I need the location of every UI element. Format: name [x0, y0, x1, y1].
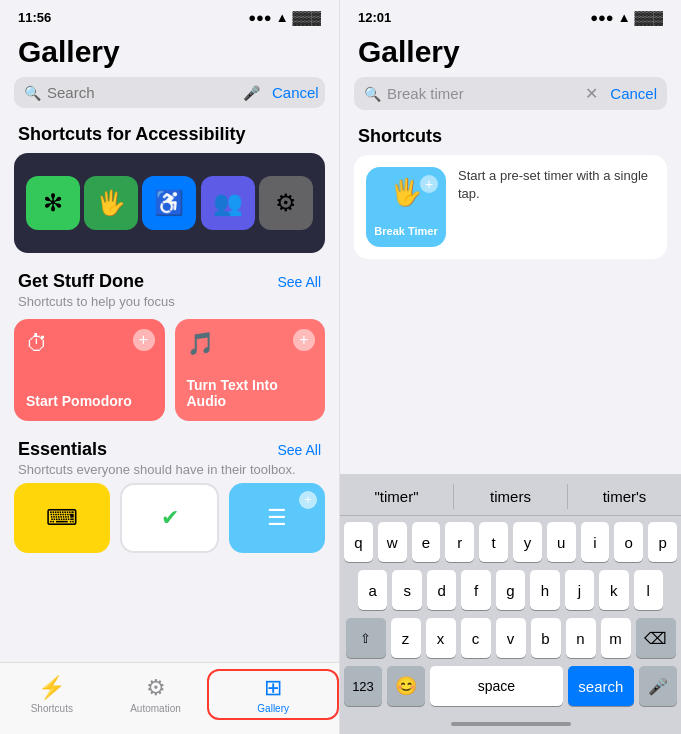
- right-page-title: Gallery: [340, 29, 681, 77]
- autocomplete-timers[interactable]: timers: [454, 484, 568, 509]
- essentials-cards: ⌨ ✔ ☰ +: [0, 483, 339, 553]
- essentials-see-all[interactable]: See All: [277, 442, 321, 458]
- hand-stop-icon: 🖐: [390, 177, 422, 208]
- key-p[interactable]: p: [648, 522, 677, 562]
- left-time: 11:56: [18, 10, 51, 25]
- left-status-icons: ●●● ▲ ▓▓▓: [248, 10, 321, 25]
- key-x[interactable]: x: [426, 618, 456, 658]
- essentials-header: Essentials See All: [0, 435, 339, 462]
- signal-icon: ●●●: [248, 10, 272, 25]
- search-icon: 🔍: [24, 85, 41, 101]
- shortcut-cards-container: ⏱ + Start Pomodoro 🎵 + Turn Text Into Au…: [0, 319, 339, 435]
- shift-key[interactable]: ⇧: [346, 618, 386, 658]
- key-t[interactable]: t: [479, 522, 508, 562]
- break-timer-icon: 🖐 + Break Timer: [366, 167, 446, 247]
- left-cancel-button[interactable]: Cancel: [266, 84, 319, 101]
- key-y[interactable]: y: [513, 522, 542, 562]
- autocomplete-timer-quoted[interactable]: "timer": [340, 484, 454, 509]
- home-indicator: [340, 714, 681, 734]
- key-d[interactable]: d: [427, 570, 456, 610]
- key-o[interactable]: o: [614, 522, 643, 562]
- key-w[interactable]: w: [378, 522, 407, 562]
- audio-label: Turn Text Into Audio: [187, 377, 314, 409]
- right-status-icons: ●●● ▲ ▓▓▓: [590, 10, 663, 25]
- key-m[interactable]: m: [601, 618, 631, 658]
- home-bar: [451, 722, 571, 726]
- shortcut-card-audio[interactable]: 🎵 + Turn Text Into Audio: [175, 319, 326, 421]
- keyboard: "timer" timers timer's q w e r t y u i o…: [340, 474, 681, 734]
- key-row-3: ⇧ z x c v b n m ⌫: [344, 618, 677, 658]
- acc-icon-hand: 🖐: [84, 176, 138, 230]
- key-u[interactable]: u: [547, 522, 576, 562]
- essentials-add-btn[interactable]: +: [299, 491, 317, 509]
- acc-icon-flower: ✻: [26, 176, 80, 230]
- key-v[interactable]: v: [496, 618, 526, 658]
- key-f[interactable]: f: [461, 570, 490, 610]
- mic-icon: 🎤: [243, 85, 260, 101]
- tab-automation[interactable]: ⚙ Automation: [104, 675, 208, 714]
- break-timer-add-btn[interactable]: +: [420, 175, 438, 193]
- shortcut-card-pomodoro[interactable]: ⏱ + Start Pomodoro: [14, 319, 165, 421]
- gallery-tab-label: Gallery: [257, 703, 289, 714]
- key-row-1: q w e r t y u i o p: [344, 522, 677, 562]
- key-r[interactable]: r: [445, 522, 474, 562]
- acc-icon-accessibility: ♿: [142, 176, 196, 230]
- key-j[interactable]: j: [565, 570, 594, 610]
- key-s[interactable]: s: [392, 570, 421, 610]
- acc-icon-settings: ⚙: [259, 176, 313, 230]
- key-c[interactable]: c: [461, 618, 491, 658]
- accessibility-section-title: Shortcuts for Accessibility: [0, 118, 339, 153]
- key-row-2: a s d f g h j k l: [344, 570, 677, 610]
- get-stuff-done-title: Get Stuff Done: [18, 271, 144, 292]
- autocomplete-timers-apos[interactable]: timer's: [568, 484, 681, 509]
- search-key[interactable]: search: [568, 666, 634, 706]
- right-panel: 12:01 ●●● ▲ ▓▓▓ Gallery 🔍 ✕ Cancel Short…: [340, 0, 681, 734]
- clear-icon[interactable]: ✕: [585, 84, 598, 103]
- key-z[interactable]: z: [391, 618, 421, 658]
- right-cancel-button[interactable]: Cancel: [604, 85, 657, 102]
- right-search-bar[interactable]: 🔍 ✕ Cancel: [354, 77, 667, 110]
- get-stuff-subtitle: Shortcuts to help you focus: [0, 294, 339, 319]
- key-e[interactable]: e: [412, 522, 441, 562]
- essentials-card-1[interactable]: ⌨: [14, 483, 110, 553]
- left-search-input[interactable]: [47, 84, 237, 101]
- key-q[interactable]: q: [344, 522, 373, 562]
- keyboard-rows: q w e r t y u i o p a s d f g h j k: [340, 516, 681, 706]
- break-timer-label: Break Timer: [374, 225, 437, 237]
- tab-shortcuts[interactable]: ⚡ Shortcuts: [0, 675, 104, 714]
- essentials-card-3[interactable]: ☰ +: [229, 483, 325, 553]
- key-n[interactable]: n: [566, 618, 596, 658]
- audio-add-btn[interactable]: +: [293, 329, 315, 351]
- right-signal-icon: ●●●: [590, 10, 614, 25]
- tab-bar: ⚡ Shortcuts ⚙ Automation ⊞ Gallery: [0, 662, 339, 734]
- key-h[interactable]: h: [530, 570, 559, 610]
- pomodoro-label: Start Pomodoro: [26, 393, 153, 409]
- emoji-key[interactable]: 😊: [387, 666, 425, 706]
- pomodoro-add-btn[interactable]: +: [133, 329, 155, 351]
- right-battery-icon: ▓▓▓: [635, 10, 663, 25]
- space-key[interactable]: space: [430, 666, 563, 706]
- get-stuff-see-all[interactable]: See All: [277, 274, 321, 290]
- key-k[interactable]: k: [599, 570, 628, 610]
- get-stuff-done-header: Get Stuff Done See All: [0, 267, 339, 294]
- right-search-input[interactable]: [387, 85, 579, 102]
- key-b[interactable]: b: [531, 618, 561, 658]
- left-search-bar[interactable]: 🔍 🎤 Cancel: [14, 77, 325, 108]
- mic-bottom-key[interactable]: 🎤: [639, 666, 677, 706]
- essentials-section: Essentials See All Shortcuts everyone sh…: [0, 435, 339, 553]
- essentials-card-2[interactable]: ✔: [120, 483, 220, 553]
- numbers-key[interactable]: 123: [344, 666, 382, 706]
- right-status-bar: 12:01 ●●● ▲ ▓▓▓: [340, 0, 681, 29]
- automation-tab-label: Automation: [130, 703, 181, 714]
- tab-gallery[interactable]: ⊞ Gallery: [207, 669, 339, 720]
- automation-tab-icon: ⚙: [146, 675, 166, 701]
- key-row-4: 123 😊 space search 🎤: [344, 666, 677, 706]
- result-card-break-timer[interactable]: 🖐 + Break Timer Start a pre-set timer wi…: [354, 155, 667, 259]
- key-g[interactable]: g: [496, 570, 525, 610]
- key-i[interactable]: i: [581, 522, 610, 562]
- key-l[interactable]: l: [634, 570, 663, 610]
- autocomplete-bar: "timer" timers timer's: [340, 480, 681, 516]
- battery-icon: ▓▓▓: [293, 10, 321, 25]
- delete-key[interactable]: ⌫: [636, 618, 676, 658]
- key-a[interactable]: a: [358, 570, 387, 610]
